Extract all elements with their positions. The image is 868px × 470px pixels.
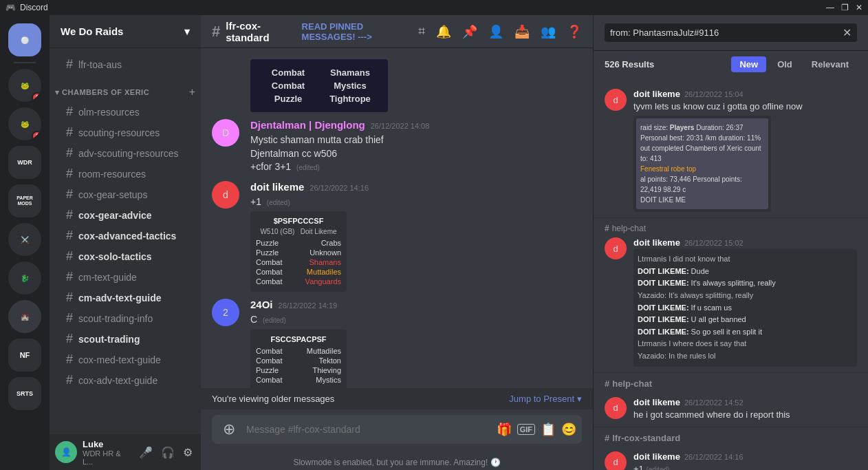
server-icon-2[interactable]: 🐸 1 bbox=[8, 107, 41, 140]
message-author-doitlikeme: doit likeme bbox=[250, 181, 304, 193]
sticker-icon[interactable]: 📋 bbox=[541, 422, 556, 437]
message-text-doitlikeme: +1 (edited) bbox=[250, 195, 582, 209]
add-member-icon[interactable]: 👤 bbox=[488, 24, 503, 39]
chat-header: # lfr-cox-standard READ PINNED MESSAGES!… bbox=[201, 15, 593, 48]
minimize-button[interactable]: — bbox=[826, 3, 834, 12]
member-list-icon[interactable]: 👥 bbox=[541, 24, 556, 39]
server-icon-6[interactable]: 🐉 bbox=[8, 261, 41, 295]
chat-input-icons: 🎁 GIF 📋 😊 bbox=[497, 422, 576, 437]
avatar-letter: 2 bbox=[223, 307, 228, 318]
older-messages-text: You're viewing older messages bbox=[212, 394, 334, 404]
game-card-row-24oi-1: CombatMuttadiles bbox=[256, 346, 341, 356]
channel-sidebar: We Do Raids ▾ # lfr-toa-aus ▾ CHAMBERS O… bbox=[50, 15, 201, 470]
hash-icon: # bbox=[66, 249, 73, 264]
pinned-message-link[interactable]: READ PINNED MESSAGES! ---> bbox=[302, 21, 413, 42]
search-tab-old[interactable]: Old bbox=[769, 56, 801, 72]
search-channel-label-lfr: lfr-cox-standard bbox=[612, 433, 680, 443]
channel-item-olm-resources[interactable]: # olm-resources bbox=[55, 102, 195, 122]
channel-item-lfr-toa-aus[interactable]: # lfr-toa-aus bbox=[55, 54, 195, 74]
user-avatar-icon: 👤 bbox=[61, 447, 72, 457]
category-chambers[interactable]: ▾ CHAMBERS OF XERIC + bbox=[50, 75, 201, 101]
channel-item-cox-gear-setups[interactable]: # cox-gear-setups bbox=[55, 184, 195, 204]
chat-log-line: DOIT LIKEME: It's always splitting, real… bbox=[638, 277, 853, 290]
search-results: d doit likeme 26/12/2022 15:04 tyvm lets… bbox=[594, 78, 868, 470]
search-result-author-4: doit likeme bbox=[633, 451, 680, 462]
maximize-button[interactable]: ❐ bbox=[841, 3, 849, 12]
user-avatar: 👤 bbox=[55, 441, 77, 463]
hash-icon: # bbox=[66, 332, 73, 346]
server-icon-nf[interactable]: NF bbox=[8, 339, 41, 372]
emoji-icon[interactable]: 😊 bbox=[561, 422, 576, 437]
search-tab-relevant[interactable]: Relevant bbox=[803, 56, 857, 72]
server-icon-papermods[interactable]: PAPERMODS bbox=[8, 184, 41, 217]
search-result-time-3: 26/12/2022 14:52 bbox=[684, 398, 744, 407]
game-card-header-24oi: FSCCSPACPSF bbox=[256, 335, 341, 343]
user-controls: 🎤 🎧 ⚙ bbox=[136, 443, 195, 462]
search-result-avatar-3: d bbox=[605, 397, 627, 419]
server-icon-7[interactable]: 🏰 bbox=[8, 300, 41, 333]
hash-icon: # bbox=[66, 187, 73, 202]
app-icon: 🎮 bbox=[6, 3, 16, 12]
server-header[interactable]: We Do Raids ▾ bbox=[50, 15, 201, 48]
help-icon[interactable]: ❓ bbox=[567, 24, 582, 39]
channel-item-cm-adv-text-guide[interactable]: # cm-adv-text-guide bbox=[55, 288, 195, 308]
threads-icon[interactable]: ⌗ bbox=[418, 24, 425, 39]
discord-logo-icon: ⚪ bbox=[21, 36, 29, 44]
chevron-down-icon: ▾ bbox=[184, 25, 190, 38]
mute-button[interactable]: 🎤 bbox=[136, 443, 155, 462]
chat-channel-name: lfr-cox-standard bbox=[226, 20, 290, 43]
channel-item-scout-trading[interactable]: # scout-trading bbox=[55, 329, 195, 349]
settings-button[interactable]: ⚙ bbox=[180, 443, 195, 462]
close-button[interactable]: ✕ bbox=[856, 3, 862, 12]
server-icon-home[interactable]: ⚪ bbox=[8, 23, 41, 56]
channel-item-cox-med-text-guide[interactable]: # cox-med-text-guide bbox=[55, 350, 195, 370]
server-icon-wdr[interactable]: WDR bbox=[8, 146, 41, 179]
channel-item-cox-solo-tactics[interactable]: # cox-solo-tactics bbox=[55, 246, 195, 266]
game-card-row-2: PuzzleUnknown bbox=[256, 248, 341, 257]
search-clear-button[interactable]: ✕ bbox=[843, 26, 851, 39]
add-attachment-button[interactable]: ⊕ bbox=[217, 415, 241, 444]
screenshot-cell: Combat bbox=[259, 81, 318, 91]
gift-icon[interactable]: 🎁 bbox=[497, 422, 512, 437]
game-screenshot: Combat Shamans Combat Mystics Puzzle Tig… bbox=[250, 59, 388, 112]
search-channel-label-help: help-chat bbox=[612, 378, 652, 389]
message-text-djentalman: Mystic shaman mutta crab thief Djentalma… bbox=[250, 133, 582, 174]
search-result-time-2: 26/12/2022 15:02 bbox=[684, 239, 744, 247]
game-card-row-1: PuzzleCrabs bbox=[256, 238, 341, 248]
channel-item-adv-scouting-resources[interactable]: # adv-scouting-resources bbox=[55, 143, 195, 163]
message-edited-tag3: (edited) bbox=[263, 317, 286, 324]
channel-hash-icon: # bbox=[212, 23, 220, 41]
search-result-msg-1: d doit likeme 26/12/2022 15:04 tyvm lets… bbox=[605, 89, 857, 212]
window-controls[interactable]: — ❐ ✕ bbox=[826, 3, 862, 12]
channel-item-cm-text-guide[interactable]: # cm-text-guide bbox=[55, 267, 195, 287]
server-icon-5[interactable]: ⚔️ bbox=[8, 223, 41, 256]
inbox-icon[interactable]: 📥 bbox=[514, 24, 530, 39]
message-timestamp-djentalman: 26/12/2022 14:08 bbox=[371, 122, 430, 130]
server-icon-srts[interactable]: SRTS bbox=[8, 377, 41, 410]
gif-icon[interactable]: GIF bbox=[517, 424, 535, 435]
mute-channel-icon[interactable]: 🔔 bbox=[436, 24, 451, 39]
message-content-doitlikeme: doit likeme 26/12/2022 14:16 +1 (edited)… bbox=[250, 181, 582, 292]
deafen-button[interactable]: 🎧 bbox=[158, 443, 177, 462]
screenshot-cell: Mystics bbox=[321, 81, 380, 91]
channel-item-cox-gear-advice[interactable]: # cox-gear-advice bbox=[55, 205, 195, 225]
jump-to-present-button[interactable]: Jump to Present ▾ bbox=[509, 394, 582, 404]
chat-input[interactable] bbox=[241, 417, 497, 442]
search-result-msg-4: d doit likeme 26/12/2022 14:16 +1 (edite… bbox=[605, 451, 857, 470]
screenshot-cell: Combat bbox=[259, 67, 318, 78]
server-icon-1[interactable]: 🐸 1 bbox=[8, 69, 41, 102]
search-tab-new[interactable]: New bbox=[731, 56, 766, 72]
channel-item-room-resources[interactable]: # room-resources bbox=[55, 164, 195, 184]
add-channel-icon[interactable]: + bbox=[189, 86, 195, 98]
search-input[interactable] bbox=[610, 28, 837, 38]
channel-item-cox-adv-text-guide[interactable]: # cox-adv-text-guide bbox=[55, 370, 195, 390]
chat-messages: Combat Shamans Combat Mystics Puzzle Tig… bbox=[201, 48, 593, 388]
message-group-24oi: 2 24Oi 26/12/2022 14:19 C (edited) FSCCS… bbox=[212, 299, 582, 388]
pin-icon[interactable]: 📌 bbox=[462, 24, 477, 39]
channel-item-scout-trading-info[interactable]: # scout-trading-info bbox=[55, 308, 195, 328]
search-result-text-3: he i got scammed where do i report this bbox=[633, 409, 857, 421]
search-result-avatar-2: d bbox=[605, 237, 627, 259]
chat-input-wrapper: ⊕ 🎁 GIF 📋 😊 bbox=[212, 415, 582, 444]
channel-item-scouting-resources[interactable]: # scouting-resources bbox=[55, 122, 195, 142]
channel-item-cox-advanced-tactics[interactable]: # cox-advanced-tactics bbox=[55, 226, 195, 246]
